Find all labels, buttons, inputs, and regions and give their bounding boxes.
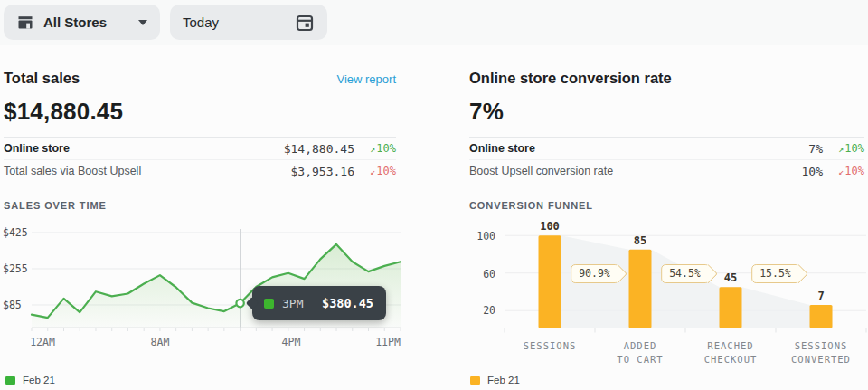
tooltip-value: $380.45 xyxy=(322,296,373,310)
funnel-y-tick: 60 xyxy=(458,268,495,281)
conversion-badge: 15.5% xyxy=(751,264,800,283)
charts-layer: 10085457 xyxy=(0,0,868,390)
sales-chart-tooltip: 3PM $380.45 xyxy=(252,286,386,320)
conversion-funnel-header: CONVERSION FUNNEL xyxy=(469,200,593,211)
legend-label: Feb 21 xyxy=(23,375,55,385)
conversion-breakdown: Online store 7% ↗10% Boost Upsell conver… xyxy=(469,137,864,182)
funnel-y-tick: 20 xyxy=(458,304,495,317)
legend-swatch-icon xyxy=(264,299,274,309)
delta-value: 10% xyxy=(844,142,864,155)
sales-y-tick: $425 xyxy=(3,226,28,239)
total-sales-title: Total sales xyxy=(4,70,80,87)
funnel-category-label: SESSIONS CONVERTED xyxy=(791,339,851,366)
total-sales-value: $14,880.45 xyxy=(4,98,123,126)
trend-down-icon: ↙ xyxy=(838,166,844,176)
sales-over-time-header: SALES OVER TIME xyxy=(4,200,107,211)
trend-up-icon: ↗ xyxy=(370,144,375,154)
svg-text:100: 100 xyxy=(540,220,560,233)
trend-down-icon: ↙ xyxy=(370,166,375,176)
stat-row-label: Total sales via Boost Upsell xyxy=(4,165,141,177)
svg-text:85: 85 xyxy=(634,234,646,247)
stat-row-online-store-conversion: Online store 7% ↗10% xyxy=(469,137,864,159)
stat-row-value: $14,880.45 xyxy=(284,142,354,156)
conversion-rate-value: 7% xyxy=(469,98,504,126)
stat-row-label: Boost Upsell conversion rate xyxy=(469,165,613,177)
stat-row-delta: ↗10% xyxy=(823,142,864,155)
svg-text:7: 7 xyxy=(817,290,824,302)
funnel-category-label: SESSIONS xyxy=(524,339,577,353)
delta-value: 10% xyxy=(844,165,864,177)
view-report-link[interactable]: View report xyxy=(306,72,396,86)
stat-row-label: Online store xyxy=(4,142,70,155)
stat-row-label: Online store xyxy=(469,142,535,155)
tooltip-time: 3PM xyxy=(282,297,303,310)
stat-row-online-store: Online store $14,880.45 ↗10% xyxy=(4,137,396,159)
legend-label: Feb 21 xyxy=(487,375,520,385)
delta-value: 10% xyxy=(376,142,396,155)
stat-row-value: 7% xyxy=(808,142,823,156)
conversion-badge: 90.9% xyxy=(571,264,619,283)
stat-row-delta: ↙10% xyxy=(823,165,864,177)
stat-row-value: $3,953.16 xyxy=(291,165,354,178)
svg-text:45: 45 xyxy=(724,271,737,284)
trend-up-icon: ↗ xyxy=(838,144,844,154)
stat-row-value: 10% xyxy=(802,165,823,178)
conversion-badge: 54.5% xyxy=(661,264,710,283)
stat-row-delta: ↙10% xyxy=(354,165,396,177)
sales-x-tick: 8AM xyxy=(151,336,170,348)
stat-row-boost-upsell-sales: Total sales via Boost Upsell $3,953.16 ↙… xyxy=(4,159,396,182)
sales-y-tick: $85 xyxy=(3,299,22,311)
legend-swatch-icon xyxy=(470,376,480,385)
sales-legend: Feb 21 xyxy=(5,375,55,385)
funnel-category-label: REACHED CHECKOUT xyxy=(704,339,758,366)
sales-x-tick: 12AM xyxy=(30,336,55,348)
analytics-dashboard: All Stores Today 10085457 Total sales Vi… xyxy=(0,0,868,390)
stat-row-delta: ↗10% xyxy=(354,142,396,155)
delta-value: 10% xyxy=(376,165,396,177)
sales-x-tick: 11PM xyxy=(375,336,401,348)
funnel-category-label: ADDED TO CART xyxy=(617,339,663,366)
sales-y-tick: $255 xyxy=(3,262,28,275)
total-sales-breakdown: Online store $14,880.45 ↗10% Total sales… xyxy=(4,137,396,182)
sales-x-tick: 4PM xyxy=(282,336,301,348)
stat-row-boost-upsell-conversion: Boost Upsell conversion rate 10% ↙10% xyxy=(469,159,864,182)
funnel-legend: Feb 21 xyxy=(470,375,520,385)
funnel-y-tick: 100 xyxy=(458,230,495,243)
conversion-rate-title: Online store conversion rate xyxy=(469,70,672,87)
legend-swatch-icon xyxy=(5,376,15,385)
